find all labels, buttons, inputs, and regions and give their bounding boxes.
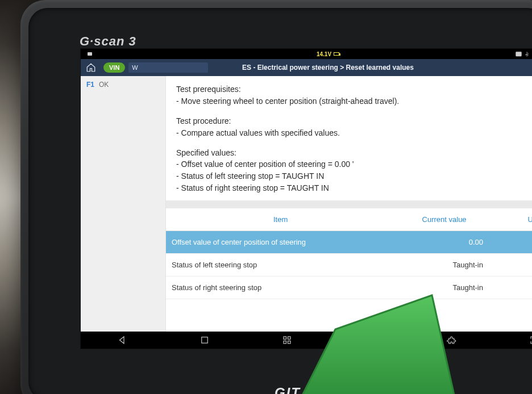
svg-rect-6 [284, 337, 286, 339]
bluetooth-icon [525, 52, 530, 57]
instr-proc-1: - Compare actual values with specified v… [176, 128, 532, 139]
tablet-device: G·scan 3 GIT 14.1V 100% 10: [20, 0, 532, 394]
recording-icon [88, 52, 92, 56]
car-battery-icon [334, 52, 339, 56]
instructions-panel: Test prerequisites: - Move steering whee… [166, 76, 532, 208]
instr-prereq-1: - Move steering wheel to center position… [176, 96, 532, 107]
main-area: F1 OK Test prerequisites: - Move steerin… [81, 76, 532, 332]
table-row-empty [166, 299, 532, 332]
breadcrumb: ES - Electrical power steering > Reset l… [242, 64, 414, 72]
fullscreen-icon [529, 335, 533, 345]
cell-unit [493, 254, 532, 276]
nav-globe[interactable] [360, 332, 379, 349]
sidebar: F1 OK [81, 76, 166, 332]
nav-back[interactable] [113, 332, 131, 349]
home-button[interactable] [81, 59, 101, 76]
puzzle-icon [447, 335, 457, 345]
vin-value: W [132, 64, 138, 71]
table-row[interactable]: Offset value of center position of steer… [166, 231, 532, 254]
app-header: VIN W ES - Electrical power steering > R… [81, 59, 532, 76]
nav-recent[interactable] [196, 332, 214, 349]
svg-rect-9 [288, 341, 290, 344]
data-table: Item Current value Unit Offset value of … [166, 208, 532, 332]
col-value: Current value [395, 208, 493, 231]
status-voltage: 14.1V [317, 51, 339, 57]
cell-item: Status of right steering stop [166, 276, 395, 299]
cast-icon [516, 51, 522, 57]
device-brand-top: G·scan 3 [80, 34, 136, 49]
instr-proc-h: Test procedure: [176, 116, 532, 127]
instr-spec-h: Specified values: [176, 148, 532, 158]
nav-puzzle[interactable] [443, 332, 461, 349]
cell-value: Taught-in [395, 276, 493, 299]
cell-value: Taught-in [395, 254, 493, 276]
instr-prereq-h: Test prerequisites: [176, 84, 532, 95]
cell-item: Status of left steering stop [166, 254, 395, 276]
table-row[interactable]: Status of right steering stop Taught-in [166, 276, 532, 299]
globe-icon [364, 335, 375, 345]
nav-fullscreen[interactable] [525, 332, 533, 349]
instr-spec-2: - Status of left steering stop = TAUGHT … [176, 171, 532, 182]
svg-rect-8 [284, 341, 286, 344]
svg-rect-0 [516, 52, 522, 56]
cell-unit [493, 276, 532, 299]
instr-spec-1: - Offset value of center position of ste… [176, 159, 532, 170]
cell-value: 0.00 [395, 231, 493, 254]
cell-unit [493, 231, 532, 254]
instr-spec-3: - Status of right steering stop = TAUGHT… [176, 183, 532, 194]
sidebar-label: OK [99, 81, 109, 89]
vin-badge-label: VIN [109, 64, 119, 71]
sidebar-item-ok[interactable]: F1 OK [81, 76, 165, 93]
home-icon [86, 62, 96, 73]
cell-item: Offset value of center position of steer… [166, 231, 395, 254]
svg-rect-7 [288, 337, 290, 339]
content-area: Test prerequisites: - Move steering whee… [166, 76, 532, 332]
screen: 14.1V 100% 10: VIN W ES - Ele [81, 49, 532, 349]
vin-field[interactable]: W [128, 62, 208, 73]
vin-badge[interactable]: VIN [103, 62, 125, 73]
table-row[interactable]: Status of left steering stop Taught-in [166, 254, 532, 276]
svg-rect-5 [201, 337, 207, 343]
data-table-wrap: Item Current value Unit Offset value of … [166, 208, 532, 332]
device-brand-bottom: GIT [275, 385, 301, 394]
sidebar-fkey: F1 [86, 81, 94, 89]
nav-apps[interactable] [278, 332, 296, 349]
col-unit: Unit [493, 208, 532, 231]
grid-apps-icon [282, 335, 292, 345]
android-status-bar: 14.1V 100% 10: [81, 49, 532, 59]
voltage-text: 14.1V [317, 51, 331, 57]
table-header-row: Item Current value Unit [166, 208, 532, 231]
col-item: Item [166, 208, 395, 231]
android-nav-bar [81, 332, 532, 349]
triangle-back-icon [117, 335, 127, 345]
square-recent-icon [200, 335, 210, 345]
